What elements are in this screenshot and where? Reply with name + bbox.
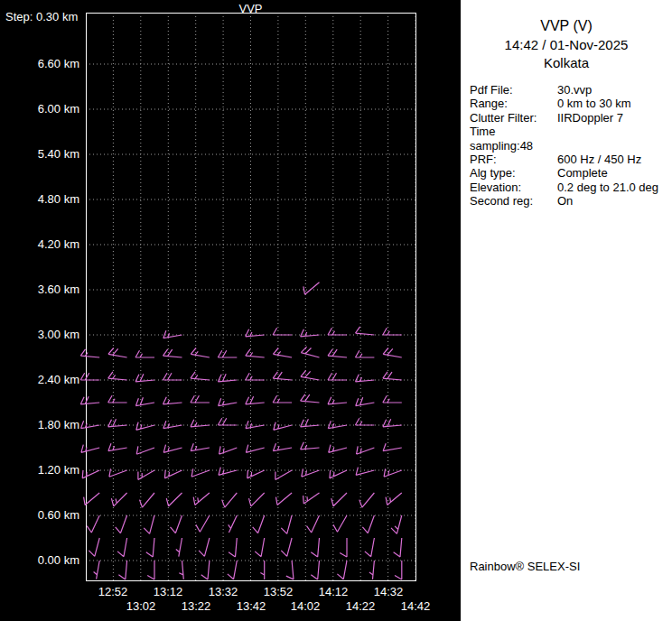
info-row-time-sampling: Time sampling:48 [470, 125, 672, 153]
info-label: Range: [470, 97, 557, 110]
brand-footer: Rainbow® SELEX-SI [470, 560, 580, 573]
info-label: Clutter Filter: [470, 111, 557, 125]
info-label: Time sampling:48 [470, 125, 557, 153]
x-tick-label: 14:42 [388, 599, 443, 613]
info-label: PRF: [470, 153, 557, 166]
vvp-display-window: VVP Step: 0.30 km 6.60 km 6.00 km 5.40 k… [0, 0, 672, 621]
info-label: Elevation: [470, 181, 557, 194]
x-tick-label: 14:22 [333, 599, 387, 613]
info-value: 600 Hz / 450 Hz [557, 153, 672, 166]
panel-title: VVP (V) [461, 18, 672, 34]
info-row-pdf-file: Pdf File: 30.vvp [470, 83, 672, 97]
info-value: On [557, 194, 672, 208]
x-tick-label: 13:42 [224, 599, 278, 613]
x-tick-label: 12:52 [86, 585, 140, 598]
x-tick-label: 13:52 [251, 585, 305, 598]
info-row-clutter-filter: Clutter Filter: IIRDoppler 7 [470, 111, 672, 125]
x-tick-label: 13:22 [169, 599, 223, 613]
info-row-prf: PRF: 600 Hz / 450 Hz [470, 153, 672, 166]
x-tick-label: 13:02 [114, 599, 168, 613]
info-label: Pdf File: [470, 83, 557, 97]
wind-barbs [80, 283, 402, 579]
grid-lines [86, 13, 415, 580]
info-row-range: Range: 0 km to 30 km [470, 97, 672, 110]
info-value: 0.2 deg to 21.0 deg [557, 181, 672, 194]
info-row-elevation: Elevation: 0.2 deg to 21.0 deg [470, 181, 672, 194]
info-row-second-reg: Second reg: On [470, 194, 672, 208]
info-row-alg-type: Alg type: Complete [470, 166, 672, 180]
x-tick-label: 14:32 [361, 585, 415, 598]
info-value: IIRDoppler 7 [557, 111, 672, 125]
x-tick-label: 14:02 [278, 599, 332, 613]
x-tick-label: 13:32 [196, 585, 250, 598]
info-label: Alg type: [470, 166, 557, 180]
info-panel: VVP (V) 14:42 / 01-Nov-2025 Kolkata Pdf … [461, 0, 672, 621]
info-value: 0 km to 30 km [557, 97, 672, 110]
info-block: Pdf File: 30.vvp Range: 0 km to 30 km Cl… [470, 83, 672, 209]
panel-station: Kolkata [461, 55, 672, 70]
info-value [557, 125, 672, 153]
info-value: Complete [557, 166, 672, 180]
x-tick-label: 14:12 [306, 585, 360, 598]
panel-datetime: 14:42 / 01-Nov-2025 [461, 37, 672, 52]
x-tick-label: 13:12 [141, 585, 195, 598]
info-value: 30.vvp [557, 83, 672, 97]
info-label: Second reg: [470, 194, 557, 208]
plot-frame [87, 14, 416, 581]
